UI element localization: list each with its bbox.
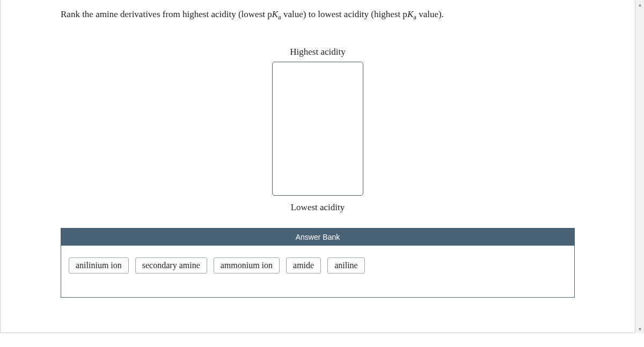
option-secondary-amine[interactable]: secondary amine — [135, 257, 207, 274]
option-anilinium-ion[interactable]: anilinium ion — [69, 257, 129, 274]
option-aniline[interactable]: aniline — [327, 257, 365, 274]
chevron-up-icon: ▴ — [639, 2, 641, 8]
ranking-area: Highest acidity Lowest acidity — [1, 47, 635, 213]
q-K2: K — [407, 9, 413, 19]
q-K1: K — [272, 9, 278, 19]
option-amide[interactable]: amide — [286, 257, 321, 274]
question-text: Rank the amine derivatives from highest … — [61, 8, 575, 23]
scrollbar-track[interactable] — [635, 0, 644, 333]
answer-bank-body: anilinium ion secondary amine ammonium i… — [61, 246, 574, 297]
ranking-drop-zone[interactable] — [272, 62, 363, 196]
scroll-up-button[interactable]: ▴ — [635, 0, 644, 9]
q-mid: value) to lowest acidity (highest p — [281, 9, 407, 19]
question-panel: Rank the amine derivatives from highest … — [0, 0, 635, 333]
q-part1: Rank the amine derivatives from highest … — [61, 9, 272, 19]
answer-bank: Answer Bank anilinium ion secondary amin… — [61, 228, 575, 298]
label-highest: Highest acidity — [1, 47, 635, 57]
q-suffix: value). — [416, 9, 444, 19]
label-lowest: Lowest acidity — [1, 202, 635, 213]
chevron-down-icon: ▾ — [639, 326, 641, 332]
option-ammonium-ion[interactable]: ammonium ion — [214, 257, 280, 274]
scroll-down-button[interactable]: ▾ — [635, 324, 644, 333]
answer-bank-header: Answer Bank — [61, 228, 574, 246]
